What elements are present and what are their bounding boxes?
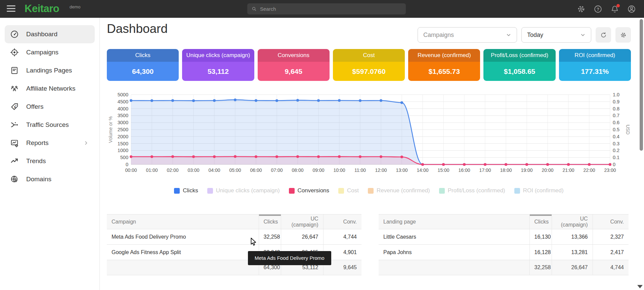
dashboard-controls: Campaigns Today bbox=[418, 27, 631, 43]
svg-text:23:00: 23:00 bbox=[604, 167, 616, 173]
stat-card-clicks[interactable]: Clicks64,300 bbox=[107, 49, 179, 81]
notifications-bell-icon[interactable] bbox=[610, 5, 619, 13]
table-row[interactable]: Papa Johns16,12813,2812,417 bbox=[379, 245, 629, 260]
gear-icon bbox=[620, 32, 627, 39]
help-icon[interactable]: ? bbox=[594, 5, 602, 13]
svg-text:1.0: 1.0 bbox=[613, 92, 619, 97]
svg-text:13:00: 13:00 bbox=[396, 167, 407, 173]
column-header-landing-page[interactable]: Landing page bbox=[379, 214, 529, 229]
stat-card-conversions[interactable]: Conversions9,645 bbox=[258, 49, 330, 81]
search-input[interactable] bbox=[260, 6, 402, 12]
date-range-value: Today bbox=[527, 32, 543, 39]
svg-text:09:00: 09:00 bbox=[312, 167, 324, 173]
svg-text:500: 500 bbox=[120, 155, 128, 160]
svg-text:19:00: 19:00 bbox=[521, 167, 532, 173]
sidebar-item-dashboard[interactable]: Dashboard bbox=[5, 25, 95, 43]
svg-text:14:00: 14:00 bbox=[417, 167, 428, 173]
column-header-conv-[interactable]: Conv. bbox=[593, 214, 629, 229]
legend-item-clicks[interactable]: Clicks bbox=[174, 187, 198, 194]
sidebar-item-offers[interactable]: $Offers bbox=[5, 98, 95, 116]
traffic-chart[interactable]: 00:0001:0002:0003:0004:0005:0006:0007:00… bbox=[107, 89, 631, 181]
dashboard-icon bbox=[10, 30, 19, 39]
legend-item-unique-clicks-campaign-[interactable]: Unique clicks (campaign) bbox=[207, 187, 280, 194]
svg-text:11:00: 11:00 bbox=[354, 167, 366, 173]
affiliate-networks-icon bbox=[10, 84, 19, 93]
svg-text:0.7: 0.7 bbox=[613, 113, 619, 118]
row-value-cell: 2,327 bbox=[593, 229, 629, 245]
settings-icon[interactable] bbox=[577, 5, 586, 13]
legend-item-revenue-confirmed-[interactable]: Revenue (confirmed) bbox=[368, 187, 430, 194]
column-header-uc-campaign-[interactable]: UC (campaign) bbox=[281, 214, 323, 229]
scroll-down-arrow-icon[interactable] bbox=[637, 285, 643, 288]
legend-item-roi-confirmed-[interactable]: ROI (confirmed) bbox=[514, 187, 564, 194]
column-header-campaign[interactable]: Campaign bbox=[107, 214, 259, 229]
stat-card-revenue-confirmed-[interactable]: Revenue (confirmed)$1,655.73 bbox=[408, 49, 480, 81]
legend-swatch bbox=[174, 188, 180, 194]
legend-item-profit-loss-confirmed-[interactable]: Profit/Loss (confirmed) bbox=[439, 187, 505, 194]
user-account-icon[interactable] bbox=[627, 5, 636, 13]
table-row[interactable]: Meta Ads Food Delivery Promo32,25826,647… bbox=[107, 229, 361, 245]
column-header-clicks[interactable]: Clicks bbox=[529, 214, 552, 229]
chart-legend: ClicksUnique clicks (campaign)Conversion… bbox=[107, 187, 631, 194]
stat-card-value: 9,645 bbox=[258, 62, 330, 81]
chevron-right-icon bbox=[83, 140, 89, 146]
stat-card-cost[interactable]: Cost$597.0760 bbox=[333, 49, 405, 81]
brand-badge: demo bbox=[70, 4, 81, 9]
svg-text:22:00: 22:00 bbox=[583, 167, 595, 173]
sidebar-item-domains[interactable]: Domains bbox=[5, 170, 95, 188]
svg-text:12:00: 12:00 bbox=[375, 167, 387, 173]
svg-text:0.3: 0.3 bbox=[613, 141, 619, 146]
chevron-down-icon bbox=[579, 32, 586, 38]
sidebar-item-label: Traffic Sources bbox=[26, 121, 69, 129]
sidebar-item-landings-pages[interactable]: Landings Pages bbox=[5, 61, 95, 80]
notification-badge bbox=[616, 4, 620, 7]
trends-icon bbox=[10, 157, 19, 165]
totals-value-cell: 32,258 bbox=[529, 260, 552, 275]
svg-text:10:00: 10:00 bbox=[333, 167, 345, 173]
stat-card-unique-clicks-campaign-[interactable]: Unique clicks (campaign)53,112 bbox=[182, 49, 254, 81]
stat-card-value: $597.0760 bbox=[333, 62, 405, 81]
legend-label: Profit/Loss (confirmed) bbox=[448, 187, 505, 194]
sidebar-item-affiliate-networks[interactable]: Affiliate Networks bbox=[5, 80, 95, 98]
stat-card-roi-confirmed-[interactable]: ROI (confirmed)177.31% bbox=[559, 49, 631, 81]
stat-card-value: 177.31% bbox=[559, 62, 631, 81]
svg-text:4000: 4000 bbox=[118, 106, 128, 111]
legend-swatch bbox=[207, 188, 213, 194]
legend-item-conversions[interactable]: Conversions bbox=[289, 187, 330, 194]
brand-logo[interactable]: Keitaro bbox=[25, 3, 59, 15]
dashboard-settings-button[interactable] bbox=[615, 27, 631, 43]
totals-label-cell bbox=[379, 260, 529, 275]
svg-text:0.2: 0.2 bbox=[613, 148, 619, 153]
legend-label: Revenue (confirmed) bbox=[377, 187, 430, 194]
stat-card-profit-loss-confirmed-[interactable]: Profit/Loss (confirmed)$1,058.65 bbox=[483, 49, 555, 81]
main-content: Dashboard Campaigns Today Clicks64,300Un… bbox=[100, 18, 644, 290]
search-box[interactable] bbox=[247, 3, 406, 14]
menu-toggle-icon[interactable] bbox=[7, 5, 15, 13]
totals-label-cell bbox=[107, 260, 259, 275]
column-header-uc-campaign-[interactable]: UC (campaign) bbox=[552, 214, 593, 229]
table-row[interactable]: Little Caesars16,13013,3662,327 bbox=[379, 229, 629, 245]
legend-swatch bbox=[439, 188, 445, 194]
column-header-clicks[interactable]: Clicks bbox=[259, 214, 281, 229]
svg-text:06:00: 06:00 bbox=[250, 167, 262, 173]
offers-icon: $ bbox=[10, 102, 19, 111]
svg-text:03:00: 03:00 bbox=[187, 167, 199, 173]
column-header-conv-[interactable]: Conv. bbox=[323, 214, 361, 229]
sidebar-item-trends[interactable]: Trends bbox=[5, 152, 95, 170]
stat-card-label: Revenue (confirmed) bbox=[408, 49, 480, 62]
legend-label: Unique clicks (campaign) bbox=[216, 187, 280, 194]
sidebar-item-campaigns[interactable]: Campaigns bbox=[5, 43, 95, 61]
row-value-cell: 2,417 bbox=[593, 245, 629, 260]
sidebar-item-traffic-sources[interactable]: Traffic Sources bbox=[5, 116, 95, 134]
date-range-select[interactable]: Today bbox=[521, 27, 591, 43]
page-scrollbar-thumb[interactable] bbox=[640, 19, 643, 151]
campaign-filter-select[interactable]: Campaigns bbox=[418, 27, 517, 43]
sidebar-item-reports[interactable]: Reports bbox=[5, 134, 95, 152]
refresh-button[interactable] bbox=[596, 27, 611, 43]
legend-item-cost[interactable]: Cost bbox=[338, 187, 359, 194]
stat-card-label: Clicks bbox=[107, 49, 179, 62]
totals-value-cell: 4,744 bbox=[593, 260, 629, 275]
totals-value-cell: 26,647 bbox=[552, 260, 593, 275]
svg-text:00:00: 00:00 bbox=[125, 167, 137, 173]
stat-cards-row: Clicks64,300Unique clicks (campaign)53,1… bbox=[107, 49, 631, 81]
